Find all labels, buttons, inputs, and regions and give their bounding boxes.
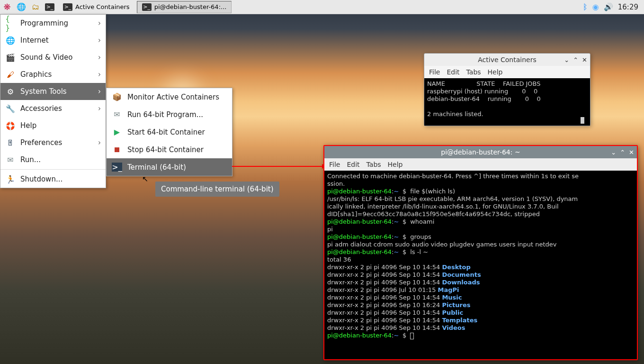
chevron-right-icon: › bbox=[98, 104, 101, 113]
terminal-cursor bbox=[581, 117, 584, 124]
menu-item-accessories[interactable]: 🔧Accessories› bbox=[0, 100, 106, 117]
term-line: ically linked, interpreter /lib/ld-linux… bbox=[327, 203, 559, 210]
close-button[interactable]: ✕ bbox=[582, 56, 587, 64]
submenu-item-terminal-64bit[interactable]: >_Terminal (64-bit) bbox=[107, 158, 232, 176]
cmd: file $(which ls) bbox=[410, 188, 455, 195]
annotation-arrow bbox=[232, 166, 322, 167]
menu-item-label: Shutdown... bbox=[20, 175, 63, 183]
exit-icon: 🏃 bbox=[5, 174, 16, 184]
menubar-tabs[interactable]: Tabs bbox=[466, 68, 481, 76]
clock[interactable]: 16:29 bbox=[618, 3, 638, 11]
term-line: Connected to machine debian-buster-64. P… bbox=[327, 173, 579, 180]
tooltip: Command-line terminal (64-bit) bbox=[155, 182, 279, 197]
term-line: NAME STATE FAILED JOBS bbox=[427, 80, 541, 87]
cmd: ls -l ~ bbox=[410, 248, 428, 255]
menubar-help[interactable]: Help bbox=[388, 161, 403, 168]
window-menubar: File Edit Tabs Help bbox=[424, 66, 590, 78]
dir-name: MagPi bbox=[438, 286, 459, 293]
menu-separator bbox=[0, 169, 106, 170]
term-line: pi adm dialout cdrom sudo audio video pl… bbox=[327, 241, 557, 248]
file-manager-launcher[interactable]: 🗂 bbox=[28, 0, 43, 14]
window-title: pi@debian-buster-64: ~ bbox=[441, 148, 520, 156]
window-titlebar[interactable]: Active Containers ⌄ ⌃ ✕ bbox=[424, 54, 590, 66]
menu-item-label: Programming bbox=[20, 19, 68, 27]
close-button[interactable]: ✕ bbox=[629, 149, 634, 156]
chevron-right-icon: › bbox=[98, 36, 101, 45]
menu-item-label: Preferences bbox=[20, 138, 62, 147]
menu-item-label: Help bbox=[20, 121, 36, 130]
chevron-right-icon: › bbox=[98, 70, 101, 79]
taskbar-entry-pi-debian[interactable]: >_ pi@debian-buster-64:... bbox=[137, 1, 232, 13]
taskbar-entry-label: Active Containers bbox=[75, 3, 130, 10]
menubar-help[interactable]: Help bbox=[488, 68, 503, 76]
menu-item-label: System Tools bbox=[20, 87, 67, 96]
chevron-right-icon: › bbox=[98, 53, 101, 62]
globe-icon: 🌐 bbox=[17, 2, 26, 11]
menu-item-run[interactable]: ✉Run... bbox=[0, 151, 106, 168]
prompt-user: pi@debian-buster-64 bbox=[327, 188, 392, 195]
cmd: groups bbox=[410, 233, 431, 240]
maximize-button[interactable]: ⌃ bbox=[620, 149, 625, 156]
window-menubar: File Edit Tabs Help bbox=[324, 158, 637, 171]
menubar-edit[interactable]: Edit bbox=[447, 68, 459, 76]
application-menu: { }Programming› 🌐Internet› 🎬Sound & Vide… bbox=[0, 14, 106, 188]
minimize-button[interactable]: ⌄ bbox=[564, 56, 569, 64]
menu-item-help[interactable]: 🛟Help bbox=[0, 117, 106, 134]
terminal-output[interactable]: Connected to machine debian-buster-64. P… bbox=[324, 171, 637, 359]
tool-icon: 🔧 bbox=[5, 103, 16, 114]
paper-plane-icon: ✉ bbox=[111, 109, 123, 120]
dir-name: Documents bbox=[442, 271, 481, 278]
volume-icon[interactable]: 🔊 bbox=[604, 2, 613, 11]
menu-item-shutdown[interactable]: 🏃Shutdown... bbox=[0, 171, 106, 188]
submenu-item-label: Stop 64-bit Container bbox=[127, 146, 204, 154]
menu-item-preferences[interactable]: 🎚Preferences› bbox=[0, 134, 106, 151]
terminal-cursor bbox=[410, 333, 414, 339]
taskbar: ❋ 🌐 🗂 >_ >_ Active Containers >_ pi@debi… bbox=[0, 0, 644, 14]
menubar-file[interactable]: File bbox=[329, 161, 340, 168]
browser-launcher[interactable]: 🌐 bbox=[14, 0, 28, 14]
box-icon: 📦 bbox=[111, 91, 123, 103]
menu-item-internet[interactable]: 🌐Internet› bbox=[0, 32, 106, 49]
term-line: ssion. bbox=[327, 180, 345, 187]
taskbar-entry-active-containers[interactable]: >_ Active Containers bbox=[58, 1, 135, 13]
menu-item-label: Accessories bbox=[20, 104, 62, 113]
menu-item-graphics[interactable]: 🖌Graphics› bbox=[0, 66, 106, 83]
chevron-right-icon: › bbox=[98, 138, 101, 147]
app-menu-button[interactable]: ❋ bbox=[0, 0, 14, 14]
stop-icon: ⏹ bbox=[111, 144, 123, 155]
minimize-button[interactable]: ⌄ bbox=[611, 149, 616, 156]
menu-item-system-tools[interactable]: ⚙System Tools› bbox=[0, 83, 106, 100]
menubar-file[interactable]: File bbox=[429, 68, 440, 76]
paper-plane-icon: ✉ bbox=[5, 155, 16, 165]
window-titlebar[interactable]: pi@debian-buster-64: ~ ⌄ ⌃ ✕ bbox=[324, 146, 637, 158]
terminal-output[interactable]: NAME STATE FAILED JOBS raspberrypi (host… bbox=[424, 78, 590, 126]
terminal-launcher[interactable]: >_ bbox=[43, 0, 57, 14]
chevron-right-icon: › bbox=[98, 87, 101, 96]
brush-icon: 🖌 bbox=[5, 69, 16, 80]
menubar-edit[interactable]: Edit bbox=[347, 161, 359, 168]
dir-name: Videos bbox=[442, 324, 465, 331]
wifi-icon[interactable]: ◉ bbox=[592, 2, 599, 11]
submenu-item-stop-container[interactable]: ⏹Stop 64-bit Container bbox=[107, 141, 232, 158]
dir-name: Pictures bbox=[442, 301, 470, 309]
dir-name: Downloads bbox=[442, 279, 480, 286]
term-line: raspberrypi (host) running 0 0 bbox=[427, 88, 537, 95]
film-icon: 🎬 bbox=[5, 52, 16, 63]
cmd: whoami bbox=[410, 218, 434, 225]
system-tools-submenu: 📦Monitor Active Containers ✉Run 64-bit P… bbox=[106, 88, 233, 176]
menu-item-label: Graphics bbox=[20, 70, 52, 79]
submenu-item-start-container[interactable]: ▶Start 64-bit Container bbox=[107, 123, 232, 141]
gear-icon: ⚙ bbox=[5, 86, 16, 97]
globe-icon: 🌐 bbox=[5, 35, 16, 46]
term-line: total 36 bbox=[327, 256, 351, 263]
maximize-button[interactable]: ⌃ bbox=[573, 56, 578, 64]
submenu-item-run-64bit[interactable]: ✉Run 64-bit Program... bbox=[107, 106, 232, 123]
menu-item-programming[interactable]: { }Programming› bbox=[0, 15, 106, 32]
menubar-tabs[interactable]: Tabs bbox=[367, 161, 381, 168]
menu-item-label: Run... bbox=[20, 155, 41, 164]
submenu-item-monitor-containers[interactable]: 📦Monitor Active Containers bbox=[107, 88, 232, 106]
prompt-path: ~ bbox=[394, 188, 399, 195]
menu-item-sound-video[interactable]: 🎬Sound & Video› bbox=[0, 49, 106, 66]
bluetooth-icon[interactable]: ᛒ bbox=[583, 2, 588, 11]
dir-name: Music bbox=[442, 294, 462, 301]
